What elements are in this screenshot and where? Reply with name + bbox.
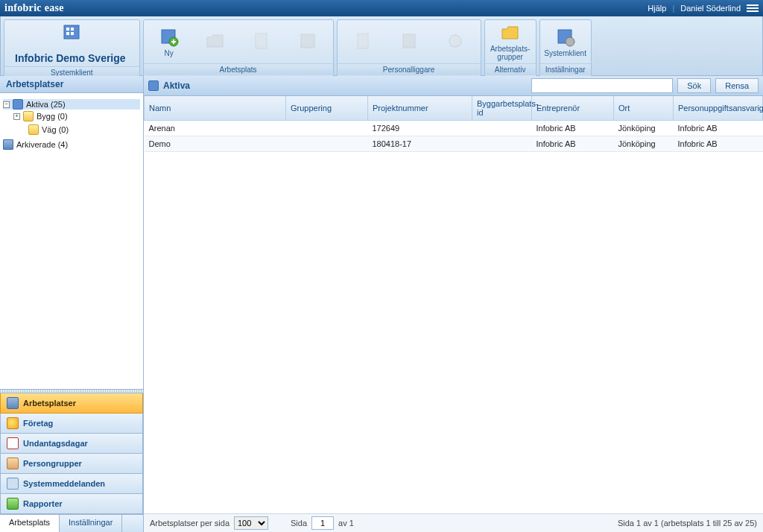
calendar-icon: [7, 437, 19, 449]
clear-button[interactable]: Rensa: [715, 78, 759, 93]
report-icon: [7, 498, 19, 510]
folder-icon: [205, 31, 226, 51]
ribbon-archive-button: [287, 22, 329, 61]
bottom-tab-arbetsplats[interactable]: Arbetsplats: [0, 515, 60, 532]
nav-persongrupper[interactable]: Persongrupper: [0, 454, 143, 474]
nav-arbetsplatser[interactable]: Arbetsplatser: [0, 393, 143, 414]
people-icon: [7, 457, 19, 469]
content-title: Aktiva: [163, 80, 190, 91]
table-row[interactable]: Arenan172649Infobric ABJönköpingInfobric…: [145, 121, 763, 136]
table-row[interactable]: Demo180418-17Infobric ABJönköpingInfobri…: [145, 136, 763, 152]
building-icon: [7, 397, 19, 409]
tree-node-vag[interactable]: Väg (0): [28, 124, 140, 135]
ribbon-group-personalliggare: Personalliggare: [338, 63, 481, 75]
expand-icon[interactable]: +: [13, 113, 20, 120]
list-icon: [148, 80, 159, 91]
svg-rect-8: [301, 34, 314, 48]
systemklient-icon: [555, 27, 576, 48]
svg-rect-9: [358, 34, 368, 48]
system-client-icon: [61, 22, 82, 45]
workplace-table: Namn Gruppering Projektnummer Byggarbets…: [144, 96, 763, 152]
user-menu[interactable]: Daniel Söderlind: [680, 4, 741, 13]
ribbon-open-button: [194, 22, 236, 61]
svg-rect-2: [71, 28, 74, 31]
svg-point-11: [449, 35, 461, 47]
folder-group-icon: [500, 22, 521, 43]
app-logo: infobric ease: [4, 2, 64, 14]
folder-icon: [13, 99, 23, 110]
col-namn[interactable]: Namn: [145, 96, 286, 121]
svg-rect-3: [66, 32, 69, 35]
col-ansvarig[interactable]: Personuppgiftsansvarig: [674, 96, 763, 121]
help-link[interactable]: Hjälp: [648, 4, 666, 13]
collapse-icon[interactable]: −: [3, 101, 10, 108]
page-total: av 1: [338, 519, 354, 528]
page-label: Sida: [291, 519, 307, 528]
nav-rapporter[interactable]: Rapporter: [0, 494, 143, 514]
book-icon: [399, 31, 420, 51]
helmet-icon: [7, 417, 19, 429]
ribbon-group-arbetsplats: Arbetsplats: [144, 63, 333, 75]
col-gruppering[interactable]: Gruppering: [286, 96, 368, 121]
per-page-select[interactable]: 100: [234, 516, 268, 530]
svg-rect-10: [403, 34, 415, 48]
sidebar-title: Arbetsplatser: [0, 76, 143, 93]
folder-icon: [23, 111, 34, 121]
svg-rect-1: [66, 28, 69, 31]
new-button[interactable]: Ny: [148, 22, 190, 61]
status-summary: Sida 1 av 1 (arbetsplats 1 till 25 av 25…: [618, 519, 757, 528]
per-page-label: Arbetsplatser per sida: [150, 519, 229, 528]
tree-node-bygg[interactable]: + Bygg (0): [13, 111, 140, 121]
ribbon-group-installningar: Inställningar: [540, 63, 591, 75]
ribbon-personal3: [434, 22, 476, 61]
ribbon-personal2: [388, 22, 430, 61]
new-icon: [159, 27, 180, 48]
systemklient-button[interactable]: Systemklient: [545, 22, 586, 61]
nav-undantagsdagar[interactable]: Undantagsdagar: [0, 434, 143, 454]
nav-systemmeddelanden[interactable]: Systemmeddelanden: [0, 474, 143, 494]
system-name: Infobric Demo Sverige: [9, 45, 135, 64]
separator: |: [672, 4, 674, 13]
col-projektnummer[interactable]: Projektnummer: [368, 96, 472, 121]
hamburger-menu-icon[interactable]: [747, 4, 759, 12]
ribbon-doc-button: [241, 22, 282, 61]
archive-icon: [3, 139, 13, 150]
arbetsplats-grupper-button[interactable]: Arbetsplats- grupper: [490, 22, 531, 61]
tree-node-arkiverade[interactable]: Arkiverade (4): [3, 139, 140, 150]
tree-node-aktiva[interactable]: − Aktiva (25): [3, 99, 140, 110]
col-entreprenor[interactable]: Entreprenör: [532, 96, 614, 121]
svg-rect-4: [71, 32, 74, 35]
archive-icon: [297, 31, 318, 51]
col-ort[interactable]: Ort: [614, 96, 674, 121]
search-input[interactable]: [531, 78, 673, 93]
gear-icon: [445, 31, 466, 51]
search-button[interactable]: Sök: [677, 78, 711, 93]
col-byggid[interactable]: Byggarbetsplats-id: [472, 96, 532, 121]
clipboard-icon: [352, 31, 373, 51]
ribbon-group-alternativ: Alternativ: [485, 63, 536, 75]
folder-icon: [28, 124, 39, 135]
document-icon: [251, 31, 272, 51]
message-icon: [7, 478, 19, 490]
page-input[interactable]: [311, 516, 334, 530]
svg-rect-7: [256, 34, 267, 48]
nav-foretag[interactable]: Företag: [0, 414, 143, 434]
ribbon-personal1: [342, 22, 384, 61]
svg-point-13: [566, 37, 574, 46]
bottom-tab-installningar[interactable]: Inställningar: [60, 515, 122, 532]
workplace-tree[interactable]: − Aktiva (25) + Bygg (0): [0, 93, 143, 389]
